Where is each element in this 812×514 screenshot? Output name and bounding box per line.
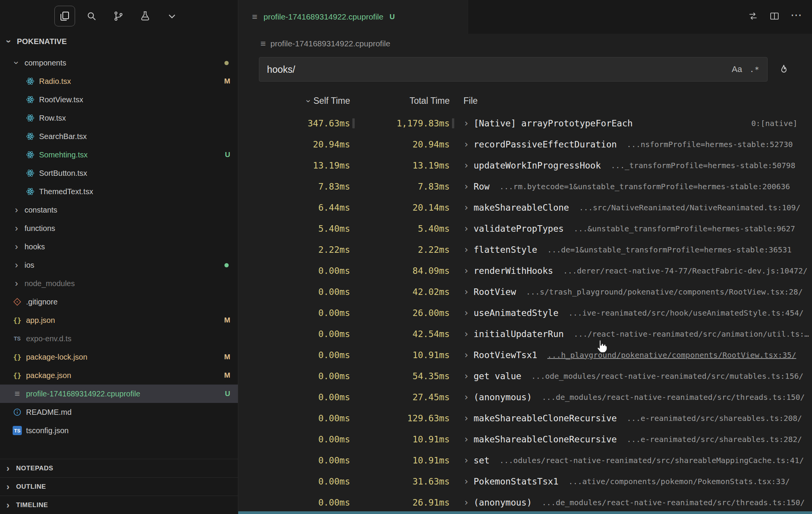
file-path-link[interactable]: ...ive-reanimated/src/hook/useAnimatedSt…: [568, 308, 804, 318]
profile-row[interactable]: 20.94ms20.94ms›recordPassiveEffectDurati…: [238, 134, 812, 155]
debug-icon[interactable]: [135, 6, 156, 26]
self-time-value: 0.00ms: [238, 455, 350, 465]
panel-notepads[interactable]: › NOTEPADS: [0, 459, 238, 477]
file-path-link[interactable]: ...de=1&unstable_transformProfile=hermes…: [547, 245, 792, 254]
chevron-right-icon: ›: [463, 308, 469, 318]
function-name: updateWorkInProgressHook: [473, 160, 601, 170]
chevron-right-icon: ›: [12, 242, 21, 251]
workspace-root[interactable]: › POKENATIVE: [0, 32, 238, 51]
file-path-link[interactable]: ..._transformProfile=hermes-stable:50798: [611, 161, 796, 170]
match-case-button[interactable]: Aa: [728, 61, 746, 78]
file-path-link[interactable]: ...h_playground/pokenative/components/Ro…: [547, 350, 796, 360]
chevron-right-icon: ›: [463, 265, 469, 276]
file-path-link[interactable]: .../react-native-reanimated/src/animatio…: [574, 329, 812, 339]
explorer-item-README.md[interactable]: README.md: [0, 403, 238, 421]
panel-outline[interactable]: › OUTLINE: [0, 477, 238, 496]
total-time-value: 54.35ms: [350, 371, 450, 381]
profile-row[interactable]: 7.83ms7.83ms›Row...rm.bytecode=1&unstabl…: [238, 176, 812, 197]
chevron-right-icon: ›: [12, 205, 21, 214]
header-self-time[interactable]: ›Self Time: [238, 96, 350, 106]
profile-row[interactable]: 13.19ms13.19ms›updateWorkInProgressHook.…: [238, 155, 812, 176]
total-time-value: 20.94ms: [350, 139, 450, 149]
more-views-chevron-icon[interactable]: [162, 6, 182, 26]
chevron-down-icon: ›: [4, 37, 13, 46]
source-control-icon[interactable]: [108, 6, 129, 26]
explorer-item-package-lock.json[interactable]: {}package-lock.jsonM: [0, 348, 238, 366]
profile-row[interactable]: 0.00ms84.09ms›renderWithHooks...derer/re…: [238, 260, 812, 281]
explorer-item-app.json[interactable]: {}app.jsonM: [0, 311, 238, 329]
compare-icon[interactable]: [748, 11, 758, 23]
profile-row[interactable]: 6.44ms20.14ms›makeShareableClone...src/N…: [238, 197, 812, 218]
explorer-item-tsconfig.json[interactable]: TStsconfig.json: [0, 421, 238, 440]
profile-row[interactable]: 0.00ms10.91ms›set...odules/react-native-…: [238, 450, 812, 471]
function-name: (anonymous): [473, 498, 532, 507]
header-total-time[interactable]: Total Time: [350, 96, 450, 106]
explorer-item-node_modules[interactable]: ›node_modules: [0, 274, 238, 293]
file-path-link[interactable]: ...ode_modules/react-native-reanimated/s…: [531, 372, 803, 381]
search-icon[interactable]: [81, 6, 102, 26]
profile-row[interactable]: 347.63ms1,179.83ms›[Native] arrayPrototy…: [238, 113, 812, 134]
breadcrumb[interactable]: ≡ profile-1741689314922.cpuprofile: [238, 34, 812, 54]
explorer-sidebar: › POKENATIVE ›componentsRadio.tsxMRootVi…: [0, 0, 238, 514]
self-time-value: 0.00ms: [238, 350, 350, 360]
explorer-icon[interactable]: [54, 6, 75, 26]
profile-row[interactable]: 5.40ms5.40ms›validatePropTypes...&unstab…: [238, 218, 812, 239]
profile-row[interactable]: 0.00ms42.54ms›initialUpdaterRun.../react…: [238, 323, 812, 344]
split-editor-icon[interactable]: [769, 11, 780, 23]
profile-row[interactable]: 2.22ms2.22ms›flattenStyle...de=1&unstabl…: [238, 239, 812, 260]
file-path-link[interactable]: ...derer/react-native-74-77/ReactFabric-…: [563, 266, 807, 275]
editor-actions: ⋯: [748, 0, 812, 34]
explorer-item-functions[interactable]: ›functions: [0, 219, 238, 237]
explorer-item-package.json[interactable]: {}package.jsonM: [0, 366, 238, 385]
explorer-item-Somehting.tsx[interactable]: Somehting.tsxU: [0, 146, 238, 164]
json-icon: {}: [12, 352, 22, 362]
file-path-link[interactable]: ...nsformProfile=hermes-stable:52730: [627, 140, 792, 149]
self-time-value: 0.00ms: [238, 266, 350, 276]
profile-row[interactable]: 0.00ms129.63ms›makeShareableCloneRecursi…: [238, 408, 812, 429]
file-path-link[interactable]: ...src/NativeReanimated/NativeReanimated…: [579, 203, 801, 212]
explorer-item-RootView.tsx[interactable]: RootView.tsx: [0, 90, 238, 109]
file-cell: ›PokemonStatsTsx1...ative/components/pok…: [463, 476, 812, 487]
tab-cpuprofile[interactable]: ≡ profile-1741689314922.cpuprofile U: [238, 0, 468, 34]
profile-row[interactable]: 0.00ms10.91ms›RootViewTsx1...h_playgroun…: [238, 344, 812, 365]
panel-timeline[interactable]: › TIMELINE: [0, 496, 238, 514]
file-path-link[interactable]: ...e-reanimated/src/shareables.ts:208/: [627, 414, 802, 423]
profile-row[interactable]: 0.00ms27.45ms›(anonymous)...de_modules/r…: [238, 386, 812, 408]
react-icon: [25, 131, 35, 141]
explorer-item-ThemedText.tsx[interactable]: ThemedText.tsx: [0, 182, 238, 201]
explorer-item-Row.tsx[interactable]: Row.tsx: [0, 109, 238, 127]
explorer-item-SearchBar.tsx[interactable]: SearchBar.tsx: [0, 127, 238, 146]
profile-row[interactable]: 0.00ms42.02ms›RootView...s/trash_playgro…: [238, 281, 812, 302]
file-path-link[interactable]: ...s/trash_playground/pokenative/compone…: [526, 287, 802, 296]
filter-input[interactable]: [267, 64, 728, 75]
explorer-item-Radio.tsx[interactable]: Radio.tsxM: [0, 72, 238, 90]
file-path-link[interactable]: ...de_modules/react-native-reanimated/sr…: [542, 498, 805, 507]
self-time-value: 13.19ms: [238, 160, 350, 170]
function-name: RootViewTsx1: [473, 350, 537, 360]
explorer-item-SortButton.tsx[interactable]: SortButton.tsx: [0, 164, 238, 182]
regex-button[interactable]: .*: [746, 61, 763, 78]
file-path-link[interactable]: ...de_modules/react-native-reanimated/sr…: [542, 393, 805, 402]
explorer-item-.gitignore[interactable]: .gitignore: [0, 293, 238, 311]
profile-row[interactable]: 0.00ms31.63ms›PokemonStatsTsx1...ative/c…: [238, 471, 812, 492]
explorer-item-ios[interactable]: ›ios: [0, 256, 238, 274]
profile-row[interactable]: 0.00ms26.91ms›(anonymous)...de_modules/r…: [238, 492, 812, 513]
more-actions-icon[interactable]: ⋯: [791, 15, 802, 19]
self-time-value: 0.00ms: [238, 329, 350, 339]
header-file[interactable]: File: [463, 96, 478, 106]
profile-row[interactable]: 0.00ms10.91ms›makeShareableCloneRecursiv…: [238, 429, 812, 450]
explorer-item-expo-env.d.ts[interactable]: TSexpo-env.d.ts: [0, 329, 238, 348]
explorer-item-profile-1741689314922.cpuprofile[interactable]: ≡profile-1741689314922.cpuprofileU: [0, 385, 238, 403]
explorer-item-hooks[interactable]: ›hooks: [0, 237, 238, 256]
file-path-link[interactable]: ...ative/components/pokemon/PokemonStats…: [568, 477, 790, 486]
file-path-link[interactable]: ...e-reanimated/src/shareables.ts:282/: [627, 435, 802, 444]
flame-icon[interactable]: [774, 60, 793, 79]
explorer-item-constants[interactable]: ›constants: [0, 201, 238, 219]
file-path-link[interactable]: ...&unstable_transformProfile=hermes-sta…: [574, 224, 795, 233]
profile-row[interactable]: 0.00ms54.35ms›get value...ode_modules/re…: [238, 365, 812, 386]
file-cell: ›(anonymous)...de_modules/react-native-r…: [463, 497, 812, 508]
file-path-link[interactable]: ...odules/react-native-reanimated/src/sh…: [499, 456, 804, 465]
file-path-link[interactable]: ...rm.bytecode=1&unstable_transformProfi…: [499, 182, 790, 191]
profile-row[interactable]: 0.00ms26.00ms›useAnimatedStyle...ive-rea…: [238, 302, 812, 323]
explorer-item-components[interactable]: ›components: [0, 54, 238, 72]
